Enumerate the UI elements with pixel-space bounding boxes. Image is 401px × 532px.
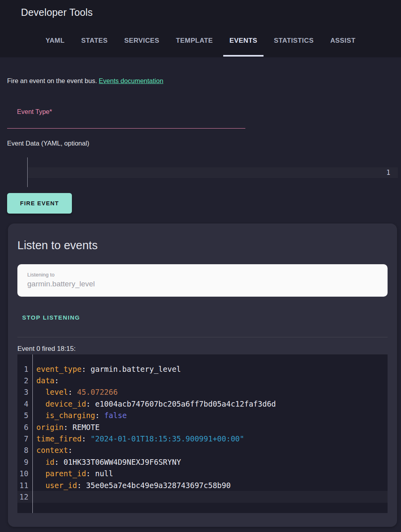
code-line-content: parent_id: null xyxy=(32,469,113,478)
code-line-number: 9 xyxy=(17,458,32,466)
code-line-5: 5 is_charging: false xyxy=(17,410,388,421)
code-line-number: 12 xyxy=(17,492,32,501)
listening-to-input[interactable]: Listening to garmin.battery_level xyxy=(17,264,388,297)
code-line-number: 1 xyxy=(17,365,32,373)
code-line-number: 11 xyxy=(17,481,32,490)
code-line-10: 10 parent_id: null xyxy=(17,468,388,479)
code-line-number: 7 xyxy=(17,434,32,443)
event-data-label: Event Data (YAML, optional) xyxy=(7,139,394,148)
code-line-content: id: 01HK33T06WW4D9NEXJ9F6SRYNY xyxy=(32,458,181,466)
code-line-8: 8context: xyxy=(17,445,388,456)
stop-listening-button[interactable]: STOP LISTENING xyxy=(22,314,80,321)
code-line-content: event_type: garmin.battery_level xyxy=(32,365,181,373)
code-lines: 1event_type: garmin.battery_level2data:3… xyxy=(17,363,388,503)
code-line-6: 6origin: REMOTE xyxy=(17,421,388,433)
listening-to-value: garmin.battery_level xyxy=(27,279,388,289)
events-panel: Fire an event on the event bus. Events d… xyxy=(0,77,401,527)
code-line-1: 1event_type: garmin.battery_level xyxy=(17,363,388,375)
code-line-content: origin: REMOTE xyxy=(32,423,100,432)
listening-to-label: Listening to xyxy=(27,271,388,278)
tab-states[interactable]: STATES xyxy=(75,37,114,57)
page-title: Developer Tools xyxy=(0,0,401,18)
tab-statistics[interactable]: STATISTICS xyxy=(267,37,320,57)
code-line-number: 6 xyxy=(17,423,32,432)
code-line-content: time_fired: "2024-01-01T18:15:35.900991+… xyxy=(32,434,244,443)
editor-active-line xyxy=(28,167,398,178)
event-fired-header: Event 0 fired 18:15: xyxy=(17,345,388,353)
event-data-editor[interactable]: 1 xyxy=(7,157,394,187)
code-line-number: 2 xyxy=(17,376,32,385)
code-line-2: 2data: xyxy=(17,375,388,386)
event-type-label: Event Type* xyxy=(17,108,245,116)
event-type-input[interactable]: Event Type* xyxy=(7,101,245,129)
intro-text-span: Fire an event on the event bus. xyxy=(7,77,99,84)
code-line-content: data: xyxy=(32,376,59,385)
code-line-12: 12 xyxy=(17,491,388,502)
editor-line-number: 1 xyxy=(386,167,390,178)
code-line-number: 4 xyxy=(17,399,32,408)
code-line-content: device_id: e1004acb747607bc205a6ff7bd05a… xyxy=(32,399,276,408)
code-line-number: 8 xyxy=(17,446,32,454)
listen-to-events-card: Listen to events Listening to garmin.bat… xyxy=(8,223,397,527)
code-line-3: 3 level: 45.072266 xyxy=(17,386,388,398)
code-line-content: context: xyxy=(32,446,73,454)
tab-services[interactable]: SERVICES xyxy=(118,37,166,57)
tab-bar: YAMLSTATESSERVICESTEMPLATEEVENTSSTATISTI… xyxy=(0,37,401,57)
code-line-number: 3 xyxy=(17,388,32,396)
code-line-9: 9 id: 01HK33T06WW4D9NEXJ9F6SRYNY xyxy=(17,456,388,468)
tab-events[interactable]: EVENTS xyxy=(223,37,264,57)
tab-assist[interactable]: ASSIST xyxy=(324,37,362,57)
code-line-4: 4 device_id: e1004acb747607bc205a6ff7bd0… xyxy=(17,398,388,409)
code-line-content: is_charging: false xyxy=(32,411,127,420)
code-line-number: 10 xyxy=(17,469,32,478)
tab-template[interactable]: TEMPLATE xyxy=(169,37,219,57)
event-output-code[interactable]: 1event_type: garmin.battery_level2data:3… xyxy=(17,354,388,513)
code-gutter-line xyxy=(32,354,33,513)
card-divider xyxy=(17,337,388,337)
fire-event-button[interactable]: FIRE EVENT xyxy=(7,193,72,214)
code-line-11: 11 user_id: 35e0e5a7e4bc49e9a328743697c5… xyxy=(17,479,388,491)
code-line-content: level: 45.072266 xyxy=(32,388,118,396)
events-documentation-link[interactable]: Events documentation xyxy=(99,77,163,84)
app-header: Developer Tools YAMLSTATESSERVICESTEMPLA… xyxy=(0,0,401,57)
code-line-number: 5 xyxy=(17,411,32,420)
code-line-7: 7time_fired: "2024-01-01T18:15:35.900991… xyxy=(17,433,388,444)
tab-yaml[interactable]: YAML xyxy=(39,37,71,57)
listen-card-title: Listen to events xyxy=(17,238,388,252)
editor-gutter xyxy=(7,157,28,187)
code-line-content: user_id: 35e0e5a7e4bc49e9a328743697c58b9… xyxy=(32,481,231,490)
intro-text: Fire an event on the event bus. Events d… xyxy=(7,77,394,85)
